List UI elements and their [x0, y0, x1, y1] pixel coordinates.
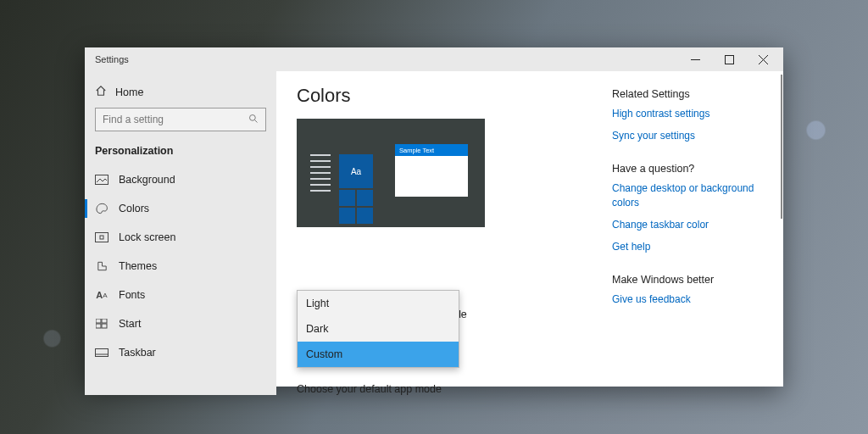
sidebar-item-label: Taskbar [119, 347, 156, 359]
svg-point-1 [250, 114, 256, 120]
titlebar: Settings [85, 47, 783, 71]
svg-rect-3 [96, 233, 108, 242]
sidebar-item-themes[interactable]: Themes [85, 252, 276, 281]
minimize-button[interactable] [678, 47, 712, 71]
svg-rect-5 [96, 319, 101, 323]
make-windows-better-heading: Make Windows better [612, 274, 770, 286]
dropdown-option-light[interactable]: Light [298, 291, 459, 316]
sidebar-item-taskbar[interactable]: Taskbar [85, 338, 276, 367]
link-get-help[interactable]: Get help [612, 240, 770, 253]
fonts-icon: AA [95, 289, 108, 301]
search-input[interactable]: Find a setting [95, 108, 266, 131]
sidebar-item-start[interactable]: Start [85, 309, 276, 338]
settings-window: Settings Home [85, 47, 783, 387]
svg-rect-7 [96, 324, 101, 328]
main-content: Colors Aa Sample Text [276, 71, 605, 395]
search-placeholder: Find a setting [103, 114, 164, 125]
search-icon [248, 114, 259, 126]
home-button[interactable]: Home [85, 80, 276, 108]
link-change-desktop-colors[interactable]: Change desktop or background colors [612, 181, 770, 209]
lock-screen-icon [95, 231, 108, 243]
page-title: Colors [297, 85, 585, 107]
svg-rect-4 [100, 236, 103, 239]
sidebar-item-label: Start [119, 318, 141, 330]
palette-icon [95, 203, 108, 214]
have-question-heading: Have a question? [612, 163, 770, 175]
link-give-feedback[interactable]: Give us feedback [612, 292, 770, 306]
picture-icon [95, 174, 108, 186]
sidebar-item-fonts[interactable]: AA Fonts [85, 281, 276, 309]
desktop-wallpaper: Settings Home [0, 0, 868, 434]
close-button[interactable] [746, 47, 780, 71]
home-icon [95, 85, 107, 99]
sidebar-item-lock-screen[interactable]: Lock screen [85, 223, 276, 252]
maximize-button[interactable] [712, 47, 746, 71]
sidebar-item-label: Themes [119, 260, 157, 272]
home-label: Home [115, 86, 143, 98]
link-sync-settings[interactable]: Sync your settings [612, 129, 770, 142]
link-high-contrast[interactable]: High contrast settings [612, 107, 770, 120]
svg-rect-0 [725, 55, 733, 64]
right-pane: Related Settings High contrast settings … [605, 71, 783, 395]
svg-rect-6 [102, 319, 107, 323]
sidebar-item-colors[interactable]: Colors [85, 194, 276, 223]
svg-rect-9 [96, 349, 108, 357]
start-icon [95, 318, 108, 330]
app-mode-label: Choose your default app mode [297, 383, 585, 395]
sidebar-item-label: Colors [119, 203, 149, 214]
taskbar-icon [95, 347, 108, 359]
related-settings-heading: Related Settings [612, 88, 770, 100]
sidebar-item-label: Background [119, 174, 175, 186]
sidebar-item-label: Fonts [119, 289, 145, 301]
preview-window: Sample Text [395, 144, 468, 197]
window-title: Settings [95, 54, 129, 64]
color-preview: Aa Sample Text [297, 119, 485, 227]
section-heading: Personalization [85, 142, 276, 165]
dropdown-option-custom[interactable]: Custom [298, 342, 459, 367]
scrollbar[interactable] [781, 75, 782, 219]
sidebar: Home Find a setting Personalization Back… [85, 71, 276, 395]
link-change-taskbar-color[interactable]: Change taskbar color [612, 218, 770, 231]
sidebar-item-background[interactable]: Background [85, 165, 276, 194]
themes-icon [95, 260, 108, 272]
sidebar-item-label: Lock screen [119, 231, 175, 243]
preview-sample-text: Sample Text [395, 144, 468, 156]
svg-rect-8 [102, 324, 107, 328]
dropdown-option-dark[interactable]: Dark [298, 316, 459, 342]
color-mode-dropdown[interactable]: Light Dark Custom [297, 290, 459, 368]
preview-tile-aa: Aa [339, 154, 373, 188]
